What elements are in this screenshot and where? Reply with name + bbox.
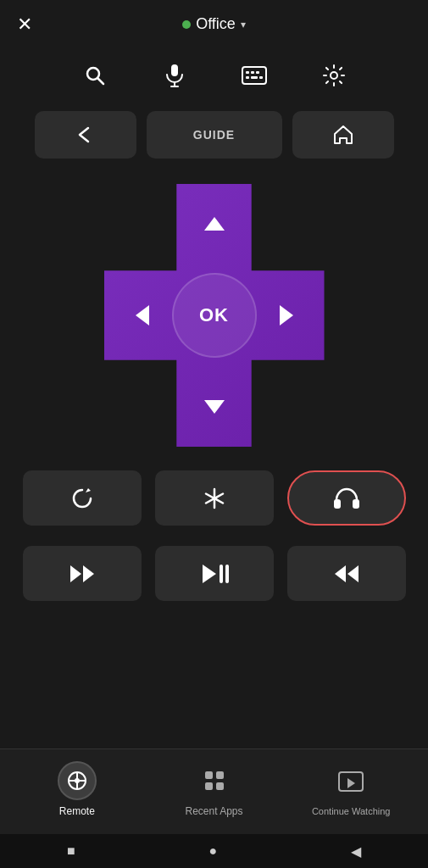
dpad: OK [104,184,325,447]
media-row-2 [0,539,428,608]
svg-rect-18 [220,565,223,583]
asterisk-button[interactable] [155,470,274,526]
settings-button[interactable] [315,57,353,94]
continue-watching-label: Continue Watching [312,806,391,816]
dpad-down-button[interactable] [181,377,248,437]
top-icons-row [0,48,428,111]
chevron-down-icon: ▾ [241,19,246,31]
nav-recent-apps[interactable]: Recent Apps [146,761,283,817]
svg-rect-17 [353,499,359,509]
recent-apps-label: Recent Apps [185,805,242,817]
svg-rect-8 [256,71,259,74]
remote-icon [58,761,97,800]
rewind-button[interactable] [23,546,142,601]
search-button[interactable] [76,57,114,94]
nav-buttons-row: GUIDE [0,111,428,175]
svg-point-23 [75,778,80,783]
android-back-button[interactable]: ◀ [351,843,361,860]
back-button[interactable] [35,111,136,159]
dpad-up-button[interactable] [181,194,248,253]
media-row-1 [0,464,428,532]
header: ✕ Office ▾ [0,0,428,48]
svg-rect-6 [246,71,249,74]
device-name-container[interactable]: Office ▾ [182,15,246,33]
headphone-button[interactable] [287,470,406,526]
keyboard-button[interactable] [236,57,273,94]
microphone-button[interactable] [156,57,193,94]
close-button[interactable]: ✕ [17,15,32,34]
device-name-label: Office [196,15,236,33]
dpad-ok-button[interactable]: OK [172,273,257,358]
replay-button[interactable] [23,470,142,526]
svg-rect-11 [259,76,263,79]
playpause-button[interactable] [155,546,274,601]
svg-point-12 [331,72,337,79]
svg-rect-26 [205,782,213,790]
svg-rect-7 [251,71,254,74]
svg-rect-10 [251,76,258,79]
dpad-container: OK [0,175,428,464]
connection-indicator [182,20,191,29]
home-button[interactable] [292,111,394,159]
continue-watching-icon [331,762,370,801]
svg-line-1 [97,79,103,85]
android-recents-button[interactable]: ■ [67,843,75,859]
remote-label: Remote [59,805,95,817]
android-home-button[interactable]: ● [208,843,217,859]
svg-rect-2 [171,64,178,76]
svg-rect-25 [216,771,224,779]
bottom-nav: Remote Recent Apps Continue Watching [0,748,428,834]
dpad-left-button[interactable] [113,281,172,349]
nav-continue-watching[interactable]: Continue Watching [282,762,420,816]
svg-rect-19 [225,565,229,583]
svg-rect-24 [205,771,213,779]
svg-rect-9 [246,76,249,79]
android-nav-bar: ■ ● ◀ [0,834,428,868]
svg-rect-16 [334,499,341,509]
guide-button[interactable]: GUIDE [147,111,282,159]
nav-remote[interactable]: Remote [8,761,146,817]
recent-apps-icon [195,761,234,800]
svg-rect-5 [242,67,266,84]
fastforward-button[interactable] [287,546,406,601]
dpad-right-button[interactable] [257,281,316,349]
svg-rect-27 [216,782,224,790]
